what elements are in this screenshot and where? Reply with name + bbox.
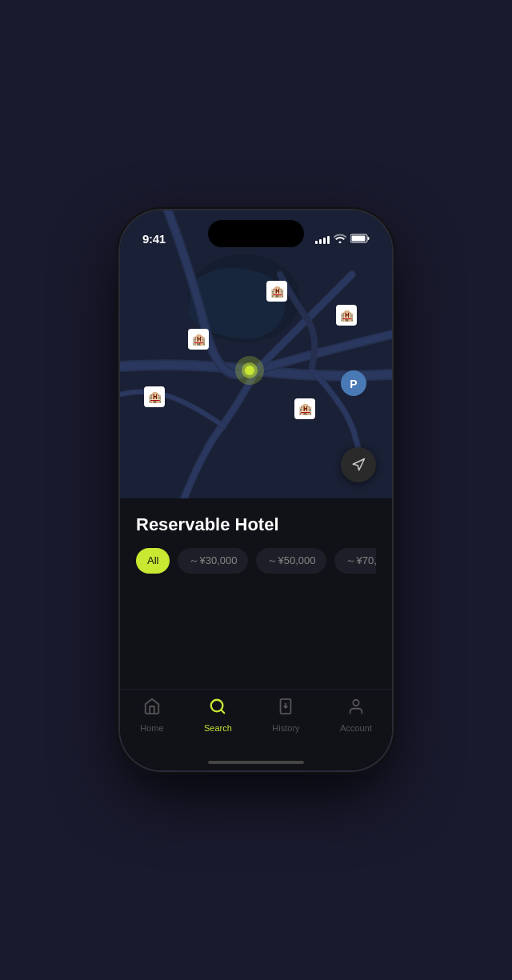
home-indicator	[120, 754, 392, 770]
svg-text:P: P	[350, 378, 357, 390]
filter-pill-50k[interactable]: ～¥50,000	[256, 548, 326, 574]
nav-label-search: Search	[204, 723, 232, 733]
svg-text:🏨: 🏨	[148, 390, 162, 404]
hotel-list-area	[136, 577, 376, 689]
battery-icon	[350, 234, 370, 246]
nav-label-account: Account	[340, 723, 372, 733]
account-icon	[347, 698, 365, 720]
filter-pill-30k[interactable]: ～¥30,000	[178, 548, 248, 574]
bottom-sheet: Reservable Hotel All ～¥30,000 ～¥50,000 ～…	[120, 498, 392, 689]
svg-line-22	[222, 710, 225, 713]
search-icon	[209, 698, 226, 720]
navigation-button[interactable]	[341, 447, 376, 482]
filter-row: All ～¥30,000 ～¥50,000 ～¥70,000 ～¥90,000	[136, 548, 376, 577]
dynamic-island	[208, 220, 304, 247]
svg-text:🏨: 🏨	[192, 333, 206, 346]
svg-point-17	[245, 366, 254, 375]
nav-label-home: Home	[140, 723, 163, 733]
screen: 9:41	[120, 210, 392, 770]
nav-item-history[interactable]: History	[259, 698, 312, 733]
status-icons	[315, 234, 370, 246]
status-time: 9:41	[142, 232, 166, 246]
history-icon	[277, 698, 294, 720]
svg-text:🏨: 🏨	[270, 285, 285, 298]
svg-point-25	[353, 699, 358, 705]
home-bar	[208, 761, 304, 764]
nav-item-account[interactable]: Account	[327, 698, 385, 733]
nav-label-history: History	[272, 723, 299, 733]
filter-pill-70k[interactable]: ～¥70,000	[334, 548, 376, 574]
svg-marker-20	[353, 458, 364, 470]
svg-text:🏨: 🏨	[340, 309, 354, 322]
filter-pill-all[interactable]: All	[136, 548, 170, 574]
bottom-nav: Home Search	[120, 689, 392, 754]
home-icon	[143, 698, 161, 720]
wifi-icon	[334, 234, 346, 246]
nav-item-home[interactable]: Home	[127, 698, 176, 733]
map-area[interactable]: 🏨 🏨 🏨 🏨 🏨	[120, 210, 392, 498]
section-title: Reservable Hotel	[136, 514, 376, 535]
svg-rect-1	[352, 235, 366, 241]
phone-shell: 9:41	[120, 210, 392, 770]
svg-text:🏨: 🏨	[298, 402, 313, 416]
signal-bars-icon	[315, 234, 330, 244]
svg-rect-2	[368, 237, 370, 240]
nav-item-search[interactable]: Search	[191, 698, 245, 733]
